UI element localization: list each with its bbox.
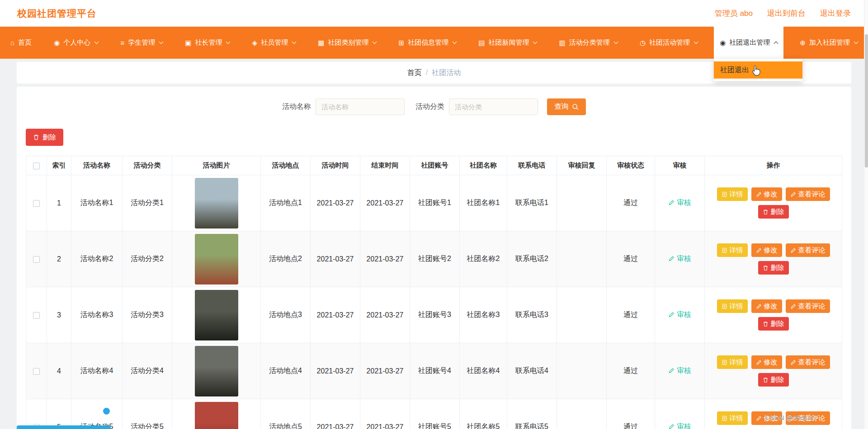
nav-item-社团新闻管理[interactable]: ▤ 社团新闻管理 — [472, 27, 542, 59]
cell-audit-status: 通过 — [607, 343, 655, 399]
delete-button-label: 删除 — [771, 264, 784, 272]
cell-activity-image — [172, 399, 261, 429]
edit-button-label: 修改 — [764, 190, 778, 199]
view-comments-button[interactable]: 查看评论 — [786, 355, 830, 369]
club-activity-icon: ◷ — [640, 39, 646, 46]
select-all-checkbox[interactable] — [33, 163, 40, 169]
chevron-down-icon — [159, 40, 164, 44]
cell-phone: 联系电话2 — [507, 231, 557, 287]
view-comments-button[interactable]: 查看评论 — [786, 187, 830, 201]
nav-item-活动分类管理[interactable]: ▥ 活动分类管理 — [553, 27, 623, 59]
delete-button-label: 删除 — [771, 208, 784, 216]
cell-activity-name: 活动名称3 — [71, 287, 123, 343]
batch-delete-button[interactable]: 删除 — [26, 129, 63, 146]
cell-audit-reply — [557, 399, 607, 429]
row-checkbox[interactable] — [33, 312, 40, 319]
edit-button[interactable]: 修改 — [751, 355, 782, 369]
club-info-icon: ⊞ — [399, 39, 405, 46]
app-title: 校园社团管理平台 — [17, 7, 97, 20]
audit-link-label: 审核 — [677, 254, 691, 264]
edit-button[interactable]: 修改 — [751, 299, 782, 313]
view-comments-button-label: 查看评论 — [798, 358, 826, 367]
cell-activity-category: 活动分类2 — [123, 231, 172, 287]
column-header-account: 社团账号 — [410, 156, 460, 175]
row-checkbox[interactable] — [33, 256, 40, 263]
detail-button[interactable]: 详情 — [717, 411, 748, 425]
scrollbar-thumb[interactable] — [865, 34, 868, 168]
trash-icon — [763, 265, 769, 271]
delete-button[interactable]: 删除 — [758, 373, 789, 387]
cell-end-time: 2021-03-27 — [360, 175, 410, 231]
nav-item-社团信息管理[interactable]: ⊞ 社团信息管理 — [393, 27, 462, 59]
table-row: 2 活动名称2 活动分类2 活动地点2 2021-03-27 2021-03-2… — [26, 231, 842, 287]
nav-item-加入社团管理[interactable]: ⊕ 加入社团管理 — [794, 27, 863, 59]
cell-audit-reply — [557, 343, 607, 399]
chevron-up-icon — [774, 42, 778, 46]
trash-icon — [763, 321, 769, 327]
activity-name-input[interactable] — [316, 98, 405, 115]
cell-index: 1 — [47, 175, 71, 231]
chevron-down-icon — [453, 40, 457, 44]
scrollbar-track[interactable] — [864, 0, 868, 429]
cell-end-time: 2021-03-27 — [360, 231, 410, 287]
cell-phone: 联系电话3 — [507, 287, 557, 343]
exit-to-front-link[interactable]: 退出到前台 — [767, 8, 806, 19]
detail-button[interactable]: 详情 — [717, 187, 748, 201]
row-checkbox[interactable] — [33, 368, 40, 375]
cell-audit: 审核 — [655, 343, 705, 399]
delete-button[interactable]: 删除 — [758, 317, 789, 331]
activity-name-label: 活动名称 — [282, 102, 311, 112]
logout-link[interactable]: 退出登录 — [820, 8, 851, 19]
nav-item-label: 社团退出管理 — [729, 38, 770, 47]
pencil-icon — [756, 191, 762, 197]
table-body: 1 活动名称1 活动分类1 活动地点1 2021-03-27 2021-03-2… — [26, 175, 842, 429]
nav-item-label: 加入社团管理 — [809, 38, 850, 47]
table-row: 3 活动名称3 活动分类3 活动地点3 2021-03-27 2021-03-2… — [26, 287, 842, 343]
activity-category-input[interactable] — [449, 98, 538, 115]
nav-item-首页[interactable]: ⌂ 首页 — [5, 27, 38, 59]
cell-phone: 联系电话5 — [507, 399, 557, 429]
club-category-icon: ▦ — [318, 39, 324, 46]
cell-start-time: 2021-03-27 — [311, 343, 360, 399]
delete-button[interactable]: 删除 — [758, 261, 789, 275]
audit-link[interactable]: 审核 — [668, 422, 691, 429]
pencil-icon — [756, 247, 762, 253]
nav-item-社长管理[interactable]: ▣ 社长管理 — [179, 27, 236, 59]
club-quit-icon: ◉ — [720, 39, 726, 46]
audit-link[interactable]: 审核 — [668, 310, 691, 320]
row-checkbox[interactable] — [33, 200, 40, 207]
nav-item-学生管理[interactable]: ≡ 学生管理 — [114, 27, 169, 59]
nav-item-label: 社员管理 — [261, 38, 288, 47]
nav-item-label: 个人中心 — [63, 38, 90, 47]
detail-button[interactable]: 详情 — [717, 355, 748, 369]
table-header-row: 索引 活动名称 活动分类 活动图片 活动地点 活动时间 结束时间 社团账号 社团… — [26, 156, 842, 175]
nav-item-社团类别管理[interactable]: ▦ 社团类别管理 — [312, 27, 382, 59]
dropdown-item-club-quit[interactable]: 社团退出 — [714, 61, 802, 79]
delete-button[interactable]: 删除 — [758, 205, 789, 219]
nav-item-社团退出管理[interactable]: ◉ 社团退出管理 — [714, 27, 783, 59]
trash-icon — [33, 134, 39, 140]
ops-row-2: 删除 — [705, 261, 842, 275]
ops-row-1: 详情 修改 查看评论 — [705, 355, 842, 369]
audit-link[interactable]: 审核 — [668, 198, 691, 208]
ops-row-2: 删除 — [705, 317, 842, 331]
edit-button[interactable]: 修改 — [751, 187, 782, 201]
cell-activity-category: 活动分类3 — [123, 287, 172, 343]
cell-audit: 审核 — [655, 287, 705, 343]
breadcrumb-home[interactable]: 首页 — [407, 68, 422, 78]
admin-user-link[interactable]: 管理员 abo — [715, 8, 753, 19]
detail-button[interactable]: 详情 — [717, 299, 748, 313]
nav-item-社员管理[interactable]: ◈ 社员管理 — [246, 27, 302, 59]
nav-item-个人中心[interactable]: ◉ 个人中心 — [48, 27, 104, 59]
view-comments-button[interactable]: 查看评论 — [786, 243, 830, 257]
watermark: CSDN @sheji117 — [765, 414, 818, 421]
detail-button[interactable]: 详情 — [717, 243, 748, 257]
detail-button-label: 详情 — [730, 246, 743, 255]
query-button-label: 查询 — [554, 102, 569, 112]
audit-link[interactable]: 审核 — [668, 254, 691, 264]
query-button[interactable]: 查询 — [547, 98, 586, 115]
view-comments-button[interactable]: 查看评论 — [786, 299, 830, 313]
edit-button[interactable]: 修改 — [751, 243, 782, 257]
nav-item-社团活动管理[interactable]: ◷ 社团活动管理 — [634, 27, 703, 59]
audit-link[interactable]: 审核 — [668, 366, 691, 376]
